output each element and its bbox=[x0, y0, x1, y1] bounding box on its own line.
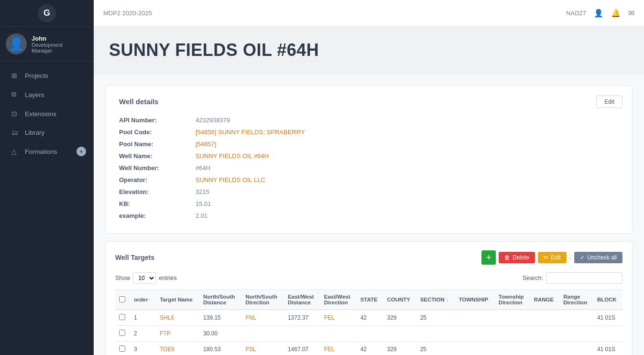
row-checkbox[interactable] bbox=[119, 345, 125, 352]
edit-target-button[interactable]: ✏ Edit bbox=[538, 252, 567, 263]
detail-value-link[interactable]: [54857] bbox=[196, 140, 216, 148]
search-control: Search: bbox=[523, 272, 622, 284]
table-cell bbox=[559, 342, 593, 355]
detail-row-pool-name: Pool Name: [54857] bbox=[119, 138, 619, 150]
sidebar-item-projects[interactable]: ⊞ Projects bbox=[3, 66, 91, 85]
sidebar-item-label: Layers bbox=[25, 91, 44, 98]
logo-icon: G bbox=[44, 8, 50, 18]
content-area: SUNNY FIELDS OIL #64H Well details Edit … bbox=[94, 27, 644, 355]
formations-add-button[interactable]: + bbox=[76, 147, 86, 156]
detail-row-well-number: Well Number: #64H bbox=[119, 162, 619, 174]
table-cell: FEL bbox=[320, 342, 357, 355]
sidebar: G 👤 John Development Manager ⊞ Projects … bbox=[0, 0, 94, 355]
table-cell bbox=[495, 310, 530, 326]
target-actions: + 🗑 Delete ✏ Edit - ✓ Uncheck all bbox=[481, 250, 622, 265]
table-cell: 1372.37 bbox=[284, 310, 320, 326]
sidebar-item-label: Library bbox=[25, 129, 44, 136]
table-cell bbox=[455, 342, 494, 355]
row-checkbox[interactable] bbox=[119, 330, 125, 336]
sidebar-item-layers[interactable]: ⧉ Layers bbox=[3, 86, 91, 104]
col-ew-direction: East/WestDirection bbox=[320, 290, 357, 310]
targets-table: order↑ Target Name North/SouthDistance N… bbox=[115, 290, 622, 355]
table-cell bbox=[383, 326, 416, 342]
topbar: MDP2 2020-2025 NAD27 👤 🔔 ✉ bbox=[94, 0, 644, 27]
layers-icon: ⧉ bbox=[11, 91, 20, 98]
well-targets-section: Well Targets + 🗑 Delete ✏ Edit - ✓ Unche… bbox=[105, 241, 633, 355]
sort-arrow: ↑ bbox=[148, 297, 151, 302]
table-cell bbox=[242, 326, 284, 342]
col-range: RANGE bbox=[530, 290, 560, 310]
detail-label: Pool Name: bbox=[119, 140, 196, 148]
col-section: SECTION ↕ bbox=[416, 290, 455, 310]
col-order[interactable]: order↑ bbox=[130, 290, 156, 310]
uncheck-all-button[interactable]: ✓ Uncheck all bbox=[574, 252, 622, 263]
edit-button[interactable]: Edit bbox=[596, 96, 622, 108]
table-cell bbox=[115, 342, 130, 355]
table-cell: 42 bbox=[357, 342, 383, 355]
col-township-direction: TownshipDirection bbox=[495, 290, 530, 310]
search-label: Search: bbox=[523, 275, 543, 281]
detail-label: Well Number: bbox=[119, 164, 196, 172]
table-cell: FEL bbox=[320, 310, 357, 326]
table-cell: SHL6 bbox=[156, 310, 199, 326]
detail-value: SUNNY FIELDS OIL LLC bbox=[196, 176, 265, 183]
table-cell: 25 bbox=[416, 342, 455, 355]
detail-row-pool-code: Pool Code: [54856] SUNNY FIELDS; SPRABER… bbox=[119, 126, 619, 138]
table-cell bbox=[115, 310, 130, 326]
table-cell: 2 bbox=[130, 326, 156, 342]
detail-value-link[interactable]: [54856] SUNNY FIELDS; SPRABERRY bbox=[196, 129, 305, 136]
avatar-image: 👤 bbox=[9, 37, 24, 52]
sidebar-item-extensions[interactable]: ⊡ Extensions bbox=[3, 105, 91, 123]
delete-label: Delete bbox=[513, 254, 529, 261]
avatar: 👤 bbox=[6, 33, 27, 54]
add-target-button[interactable]: + bbox=[481, 250, 496, 265]
btn-separator: - bbox=[569, 254, 571, 261]
well-details-title: Well details bbox=[119, 97, 619, 106]
uncheck-icon: ✓ bbox=[580, 254, 585, 261]
search-input[interactable] bbox=[546, 272, 622, 284]
table-cell: 1 bbox=[130, 310, 156, 326]
table-cell bbox=[495, 326, 530, 342]
well-targets-title: Well Targets bbox=[115, 254, 154, 261]
sidebar-item-formations[interactable]: △ Formations + bbox=[3, 142, 91, 161]
col-township: TOWNSHIP bbox=[455, 290, 494, 310]
col-ns-direction: North/SouthDirection bbox=[242, 290, 284, 310]
table-cell bbox=[593, 326, 622, 342]
user-icon[interactable]: 👤 bbox=[594, 9, 603, 18]
delete-target-button[interactable]: 🗑 Delete bbox=[499, 252, 535, 263]
bell-icon[interactable]: 🔔 bbox=[611, 9, 621, 18]
table-cell: 30.00 bbox=[199, 326, 241, 342]
entries-select[interactable]: 10 25 50 bbox=[133, 272, 156, 284]
table-cell: FSL bbox=[242, 342, 284, 355]
logo-circle: G bbox=[38, 4, 56, 22]
detail-label: API Number: bbox=[119, 117, 196, 124]
detail-row-example: example: 2.01 bbox=[119, 210, 619, 222]
table-cell bbox=[455, 310, 494, 326]
well-details-card: Well details Edit API Number: 4232938379… bbox=[105, 86, 633, 234]
select-all-checkbox[interactable] bbox=[119, 296, 125, 302]
mail-icon[interactable]: ✉ bbox=[628, 9, 634, 18]
user-name: John bbox=[32, 35, 63, 42]
sidebar-item-library[interactable]: 🗂 Library bbox=[3, 124, 91, 141]
table-controls: Show 10 25 50 entries Search: bbox=[115, 272, 622, 284]
detail-label: example: bbox=[119, 212, 196, 219]
entries-label: entries bbox=[159, 275, 177, 281]
row-checkbox[interactable] bbox=[119, 314, 125, 320]
detail-row-operator: Operator: SUNNY FIELDS OIL LLC bbox=[119, 174, 619, 186]
detail-value: 4232938379 bbox=[196, 117, 230, 124]
sidebar-item-label: Extensions bbox=[25, 110, 56, 118]
table-cell bbox=[357, 326, 383, 342]
coordinate-system: NAD27 bbox=[566, 10, 586, 17]
targets-tbody: 1SHL6139.15FNL1372.37FEL423292541 01S2FT… bbox=[115, 310, 622, 355]
table-cell: 180.53 bbox=[199, 342, 241, 355]
user-info: John Development Manager bbox=[32, 35, 63, 54]
detail-label: Pool Code: bbox=[119, 129, 196, 136]
detail-label: Well Name: bbox=[119, 152, 196, 160]
table-cell bbox=[559, 326, 593, 342]
table-cell bbox=[530, 310, 560, 326]
sort-arrow-section: ↕ bbox=[446, 297, 448, 302]
detail-value: 2.01 bbox=[196, 212, 207, 219]
detail-row-elevation: Elevation: 3215 bbox=[119, 186, 619, 198]
table-cell: 329 bbox=[383, 310, 416, 326]
table-row: 1SHL6139.15FNL1372.37FEL423292541 01S bbox=[115, 310, 622, 326]
